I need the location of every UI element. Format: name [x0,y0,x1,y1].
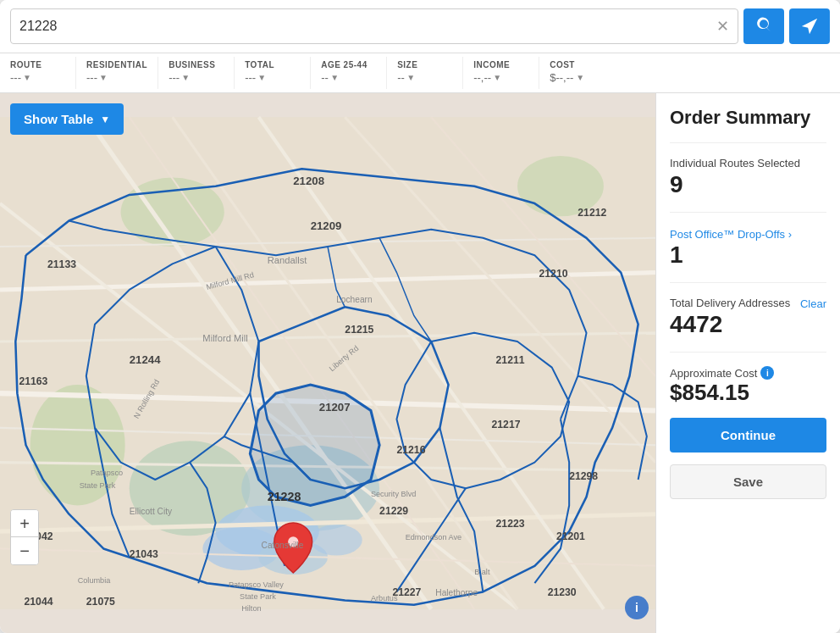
svg-text:21044: 21044 [25,596,53,608]
divider-4 [670,352,826,353]
filter-income-label: INCOME [473,60,510,69]
filter-total: TOTAL --- ▼ [235,57,311,89]
delivery-section: Total Delivery Addresses Clear 4472 [670,297,826,338]
filter-cost: COST $--,-- ▼ [539,57,616,89]
svg-text:Patapsco: Patapsco [91,469,123,477]
svg-text:Lochearn: Lochearn [336,295,372,304]
filter-total-chevron: ▼ [257,73,266,82]
continue-button[interactable]: Continue [670,418,826,453]
filter-income: INCOME --,-- ▼ [463,57,539,89]
filter-business-select[interactable]: --- [169,69,180,86]
svg-text:Hilton: Hilton [241,604,261,613]
filter-residential-chevron: ▼ [99,73,108,82]
svg-text:21210: 21210 [539,268,568,280]
filter-age-label: AGE 25-44 [321,60,368,69]
filter-cost-select[interactable]: $--,-- [550,69,574,86]
svg-text:21217: 21217 [492,419,521,430]
show-table-button[interactable]: Show Table ▼ [10,103,124,135]
routes-value: 9 [670,171,826,198]
zoom-in-button[interactable]: + [11,510,38,537]
divider-2 [670,212,826,213]
delivery-header-row: Total Delivery Addresses Clear [670,297,826,311]
filter-size-chevron: ▼ [406,73,415,82]
svg-text:Catonsville: Catonsville [262,541,304,550]
filter-age-select[interactable]: -- [321,69,329,86]
svg-text:21216: 21216 [396,444,425,456]
svg-text:21212: 21212 [578,207,606,219]
show-table-label: Show Table [24,112,93,126]
svg-text:Security Blvd: Security Blvd [371,490,416,498]
svg-text:21229: 21229 [379,505,408,517]
clear-icon[interactable]: ✕ [716,19,729,34]
svg-text:21209: 21209 [311,219,342,232]
svg-text:21223: 21223 [496,518,525,530]
filter-residential-label: RESIDENTIAL [86,60,147,69]
svg-text:21298: 21298 [569,470,598,482]
svg-point-9 [311,525,362,556]
delivery-label: Total Delivery Addresses [670,297,790,309]
map-area[interactable]: 21208 21133 21209 21212 21163 21210 2124… [0,93,655,633]
filter-cost-label: COST [550,60,575,69]
svg-text:21201: 21201 [556,530,585,542]
map-canvas: 21208 21133 21209 21212 21163 21210 2124… [0,93,655,633]
navigation-button[interactable] [789,8,830,44]
zoom-controls: + − [10,509,39,565]
clear-link[interactable]: Clear [800,297,826,310]
routes-section: Individual Routes Selected 9 [670,157,826,198]
filter-route-chevron: ▼ [23,73,31,82]
cost-section: Approximate Cost i $854.15 [670,366,826,406]
svg-text:21228: 21228 [268,490,301,503]
filter-size-label: SIZE [397,60,417,69]
filter-cost-chevron: ▼ [576,73,584,82]
filter-business-chevron: ▼ [181,73,190,82]
svg-text:21133: 21133 [47,258,76,270]
filter-route-label: ROUTE [10,60,42,69]
svg-text:21075: 21075 [86,596,115,608]
post-office-value: 1 [670,242,826,269]
filter-residential: RESIDENTIAL --- ▼ [76,57,158,89]
map-info-icon[interactable]: i [625,596,649,619]
save-button[interactable]: Save [670,464,826,499]
filter-route-select[interactable]: --- [10,69,21,86]
filter-income-chevron: ▼ [493,73,501,82]
filter-size-select[interactable]: -- [397,69,405,86]
show-table-chevron-icon: ▼ [100,114,110,125]
svg-text:Ellicott City: Ellicott City [130,507,173,516]
svg-text:21207: 21207 [319,401,351,414]
divider-1 [670,142,826,143]
main-content: 21208 21133 21209 21212 21163 21210 2124… [0,93,840,633]
svg-text:Arbutus: Arbutus [371,594,398,602]
svg-text:21163: 21163 [19,375,47,387]
svg-text:Patapsco Valley: Patapsco Valley [229,580,284,589]
cost-label-row: Approximate Cost i [670,366,826,380]
filter-business: BUSINESS --- ▼ [158,57,235,89]
svg-text:21215: 21215 [345,324,373,336]
filter-age: AGE 25-44 -- ▼ [311,57,387,89]
post-office-link[interactable]: Post Office™ Drop-Offs › [670,228,792,241]
svg-text:21211: 21211 [496,354,525,366]
post-office-section: Post Office™ Drop-Offs › 1 [670,226,826,269]
search-input-wrapper: ✕ [10,8,738,44]
filter-age-chevron: ▼ [330,73,339,82]
filter-total-label: TOTAL [245,60,274,69]
sidebar: Order Summary Individual Routes Selected… [655,93,840,633]
svg-text:21244: 21244 [130,353,161,366]
filter-bar: ROUTE --- ▼ RESIDENTIAL --- ▼ BUSINESS -… [0,53,840,93]
filter-total-select[interactable]: --- [245,69,256,86]
svg-text:21043: 21043 [130,548,158,560]
svg-text:Edmondson Ave: Edmondson Ave [406,533,462,541]
zoom-out-button[interactable]: − [11,537,38,564]
svg-text:State Park: State Park [80,481,116,490]
svg-text:State Park: State Park [240,592,276,601]
cost-value: $854.15 [670,380,826,406]
svg-text:21230: 21230 [548,586,577,598]
order-summary-title: Order Summary [670,107,826,129]
filter-residential-select[interactable]: --- [86,69,97,86]
cost-label: Approximate Cost [670,367,757,380]
filter-income-select[interactable]: --,-- [473,69,491,86]
cost-info-icon[interactable]: i [760,366,774,380]
search-button[interactable] [743,8,784,44]
search-input[interactable] [19,19,716,34]
divider-3 [670,282,826,283]
svg-text:Milford Mill: Milford Mill [202,333,247,343]
